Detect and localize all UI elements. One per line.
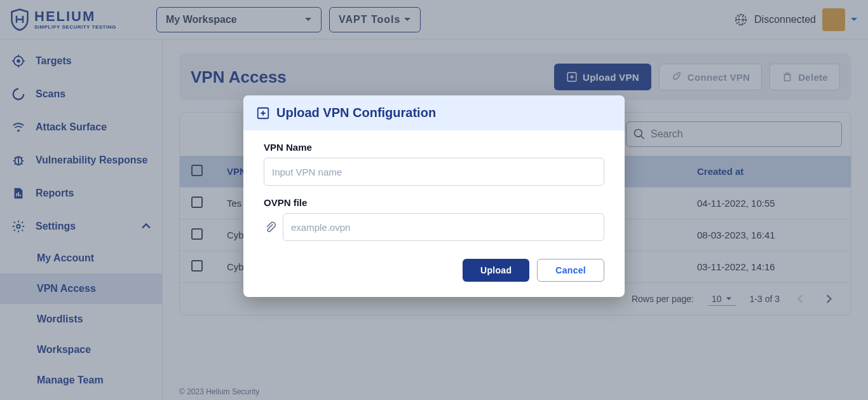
ovpn-file-label: OVPN file: [264, 197, 604, 208]
app-root: HELIUM SIMPLIFY SECURITY TESTING My Work…: [0, 0, 868, 400]
attachment-icon[interactable]: [264, 220, 276, 234]
modal-title: Upload VPN Configuration: [276, 106, 436, 120]
ovpn-file-input[interactable]: [283, 213, 604, 241]
vpn-name-input[interactable]: [264, 158, 604, 186]
plus-box-icon: [256, 106, 270, 120]
modal-footer: Upload Cancel: [243, 246, 625, 297]
modal-cancel-button[interactable]: Cancel: [537, 259, 604, 282]
upload-vpn-modal: Upload VPN Configuration VPN Name OVPN f…: [243, 95, 625, 297]
vpn-name-label: VPN Name: [264, 142, 604, 153]
modal-upload-button[interactable]: Upload: [463, 259, 529, 282]
modal-header: Upload VPN Configuration: [243, 95, 625, 130]
modal-overlay[interactable]: Upload VPN Configuration VPN Name OVPN f…: [0, 0, 868, 400]
